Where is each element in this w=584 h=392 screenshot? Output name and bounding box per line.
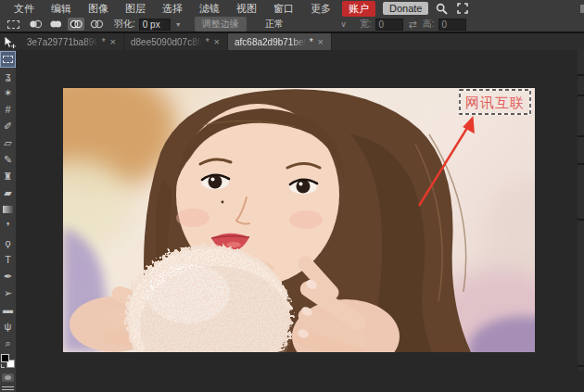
chevron-down-icon: ∨ [340, 19, 347, 29]
blur-tool[interactable]: ❜ [0, 218, 16, 234]
pen-tool[interactable]: ✒ [0, 268, 16, 285]
document-tab[interactable]: 3e7a29771ba896f2820e * × [20, 33, 124, 50]
watermark-text: 网讯互联 [465, 95, 525, 110]
tab-modified-indicator: * [310, 37, 313, 47]
height-input[interactable]: 0 [438, 19, 466, 31]
menu-file[interactable]: 文件 [6, 1, 42, 17]
panel-segment[interactable] [578, 137, 584, 165]
panel-segment[interactable] [578, 221, 584, 367]
refine-edge-button[interactable]: 调整边缘 [195, 17, 247, 32]
menu-filter[interactable]: 滤镜 [192, 1, 227, 17]
screen-mode-button[interactable] [2, 386, 14, 392]
donate-button[interactable]: Donate [383, 2, 428, 15]
tab-close-icon[interactable]: × [213, 36, 221, 47]
document-tab-bar: 3e7a29771ba896f2820e * × d8ee5090d07c8fe… [0, 33, 584, 50]
panel-segment[interactable] [578, 96, 584, 137]
feather-dropdown-icon[interactable]: ▼ [175, 21, 182, 28]
gradient-tool[interactable] [0, 201, 16, 218]
quick-mask-icon [5, 375, 11, 380]
hand-tool[interactable]: ψ [0, 318, 16, 335]
tool-options-bar: 羽化: 0 px ▼ 调整边缘 正常 ∨ 宽: 0 ⇄ 高: 0 [0, 17, 584, 33]
panel-segment[interactable] [578, 76, 584, 96]
menu-layer[interactable]: 图层 [118, 1, 153, 17]
reset-colors-icon[interactable] [1, 364, 5, 368]
clone-stamp-tool[interactable]: ♜ [0, 168, 16, 184]
document-tab[interactable]: d8ee5090d07c8fe800da * × [124, 33, 228, 50]
tab-title: 3e7a29771ba896f2820e [27, 37, 98, 47]
marquee-icon [3, 56, 13, 63]
width-input[interactable]: 0 [375, 19, 403, 31]
path-select-tool[interactable]: ➢ [0, 285, 16, 301]
document-tab-active[interactable]: afc68a2d9b71be0d9bf0 * × [228, 33, 332, 50]
new-selection-mode-icon[interactable] [27, 18, 44, 31]
tab-close-icon[interactable]: × [317, 36, 324, 47]
app-window: 文件 编辑 图像 图层 选择 滤镜 视图 窗口 更多 账户 Donate [0, 0, 584, 392]
magic-wand-tool[interactable]: ✶ [0, 84, 16, 101]
color-swatches[interactable] [1, 354, 15, 368]
right-panel-strip[interactable] [578, 50, 584, 371]
tab-modified-indicator: * [206, 37, 209, 47]
constraint-mode-select[interactable]: 正常 ∨ [261, 18, 350, 31]
rectangle-select-indicator-icon [7, 20, 19, 29]
quick-mask-button[interactable] [2, 373, 14, 382]
eyedropper-tool[interactable]: ✐ [0, 118, 16, 134]
subtract-selection-mode-icon[interactable] [68, 18, 84, 31]
menu-view[interactable]: 视图 [229, 1, 264, 17]
menu-image[interactable]: 图像 [81, 1, 116, 17]
tab-close-icon[interactable]: × [109, 36, 117, 47]
healing-brush-tool[interactable]: ▱ [0, 134, 16, 151]
lasso-tool[interactable]: ʓ [0, 68, 16, 84]
fullscreen-icon[interactable] [454, 1, 471, 16]
brush-tool[interactable]: ✎ [0, 151, 16, 168]
search-icon[interactable] [433, 1, 450, 16]
tools-panel: ʓ ✶ # ✐ ▱ ✎ ♜ ▰ ❜ ϙ T ✒ ➢ ▬ ψ ⌕ [0, 50, 16, 392]
swap-dimensions-icon[interactable]: ⇄ [409, 19, 417, 31]
menu-window[interactable]: 窗口 [266, 1, 301, 17]
add-selection-mode-icon[interactable] [47, 18, 64, 31]
menu-bar: 文件 编辑 图像 图层 选择 滤镜 视图 窗口 更多 账户 Donate [0, 0, 584, 17]
dodge-tool[interactable]: ϙ [0, 234, 16, 251]
type-tool[interactable]: T [0, 251, 16, 268]
width-label: 宽: [360, 18, 372, 31]
constraint-mode-value: 正常 [265, 18, 284, 31]
feather-input[interactable]: 0 px [139, 19, 171, 31]
rectangle-select-tool[interactable] [0, 51, 16, 68]
main-area: ʓ ✶ # ✐ ▱ ✎ ♜ ▰ ❜ ϙ T ✒ ➢ ▬ ψ ⌕ [0, 50, 584, 392]
gradient-icon [3, 206, 13, 213]
crop-tool[interactable]: # [0, 101, 16, 118]
feather-label: 羽化: [114, 18, 135, 31]
tab-title: d8ee5090d07c8fe800da [131, 37, 202, 47]
account-button[interactable]: 账户 [342, 1, 375, 17]
shape-tool[interactable]: ▬ [0, 301, 16, 318]
menu-edit[interactable]: 编辑 [44, 1, 79, 17]
clipped-ui-fragment [580, 5, 584, 13]
height-label: 高: [423, 18, 435, 31]
canvas-workspace[interactable]: 网讯互联 [16, 50, 584, 392]
tab-title: afc68a2d9b71be0d9bf0 [235, 37, 306, 47]
foreground-color-swatch[interactable] [1, 354, 9, 362]
panel-segment[interactable] [578, 50, 584, 76]
menu-more[interactable]: 更多 [303, 1, 338, 17]
intersect-selection-mode-icon[interactable] [88, 18, 105, 31]
tab-modified-indicator: * [102, 37, 106, 47]
panel-segment[interactable] [578, 165, 584, 221]
document-canvas[interactable]: 网讯互联 [63, 88, 535, 352]
eraser-tool[interactable]: ▰ [0, 184, 16, 201]
menu-select[interactable]: 选择 [155, 1, 190, 17]
zoom-tool[interactable]: ⌕ [0, 335, 16, 351]
